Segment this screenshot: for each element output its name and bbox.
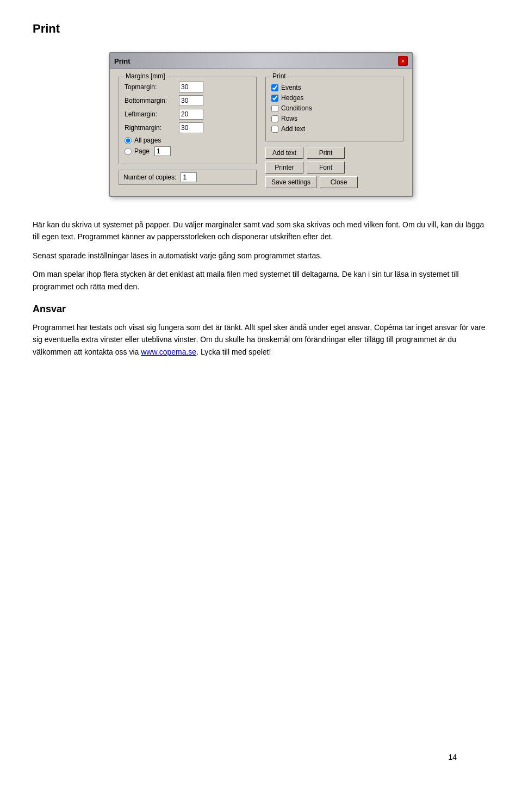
events-checkbox-row: Events — [271, 84, 397, 91]
rows-checkbox-row: Rows — [271, 115, 397, 122]
addtext-checkbox-row: Add text — [271, 125, 397, 133]
add-text-button[interactable]: Add text — [265, 147, 303, 159]
events-checkbox[interactable] — [271, 84, 278, 91]
close-button[interactable]: Close — [320, 176, 358, 188]
button-area: Add text Print Printer Font Save setting… — [265, 147, 403, 188]
conditions-checkbox[interactable] — [271, 105, 278, 112]
page-title: Print — [33, 22, 489, 36]
ansvar-heading: Ansvar — [33, 303, 489, 315]
rightmargin-label: Rightmargin: — [125, 124, 179, 132]
paragraph-3: Om man spelar ihop flera stycken är det … — [33, 268, 489, 293]
addtext-checkbox[interactable] — [271, 126, 278, 133]
margins-group: Margins [mm] Topmargin: Bottommargin: Le… — [119, 77, 257, 164]
copema-link[interactable]: www.copema.se — [141, 348, 196, 356]
dialog-title: Print — [114, 57, 130, 65]
margins-group-label: Margins [mm] — [123, 72, 167, 80]
dialog-titlebar: Print × — [110, 53, 412, 69]
copies-input[interactable] — [181, 172, 197, 182]
allpages-row: All pages — [125, 137, 251, 144]
pages-radio-group: All pages Page — [125, 137, 251, 156]
font-button[interactable]: Font — [307, 162, 345, 173]
dialog-body: Margins [mm] Topmargin: Bottommargin: Le… — [110, 69, 412, 196]
topmargin-row: Topmargin: — [125, 82, 251, 92]
print-options-label: Print — [270, 72, 288, 80]
rows-label: Rows — [281, 115, 297, 122]
topmargin-label: Topmargin: — [125, 83, 179, 91]
paragraph-4-end: . Lycka till med spelet! — [196, 348, 271, 356]
printer-button[interactable]: Printer — [265, 162, 303, 173]
ansvar-text: Programmet har testats och visat sig fun… — [33, 321, 489, 358]
leftmargin-label: Leftmargin: — [125, 110, 179, 118]
print-button[interactable]: Print — [307, 147, 345, 159]
print-checkboxes: Events Hedges Conditions — [271, 82, 397, 133]
leftmargin-input[interactable] — [179, 109, 203, 120]
hedges-checkbox[interactable] — [271, 95, 278, 102]
page-label: Page — [134, 147, 150, 155]
addtext-checkbox-label: Add text — [281, 125, 305, 133]
body-text-area: Här kan du skriva ut systemet på papper.… — [33, 219, 489, 293]
right-panel: Print Events Hedges — [265, 77, 403, 188]
allpages-label: All pages — [134, 137, 161, 144]
copies-label: Number of copies: — [123, 173, 176, 181]
copies-section: Number of copies: — [119, 170, 257, 185]
paragraph-2: Senast sparade inställningar läses in au… — [33, 250, 489, 262]
bottommargin-input[interactable] — [179, 95, 203, 106]
button-row-2: Printer Font — [265, 162, 403, 173]
page-number-input[interactable] — [154, 146, 171, 156]
conditions-checkbox-row: Conditions — [271, 104, 397, 112]
print-options-group: Print Events Hedges — [265, 77, 403, 141]
paragraph-4: Programmet har testats och visat sig fun… — [33, 321, 489, 358]
save-settings-button[interactable]: Save settings — [265, 176, 316, 188]
leftmargin-row: Leftmargin: — [125, 109, 251, 120]
hedges-label: Hedges — [281, 94, 303, 102]
rightmargin-row: Rightmargin: — [125, 122, 251, 133]
page-row: Page — [125, 146, 251, 156]
events-label: Events — [281, 84, 301, 91]
topmargin-input[interactable] — [179, 82, 203, 92]
conditions-label: Conditions — [281, 104, 312, 112]
paragraph-1: Här kan du skriva ut systemet på papper.… — [33, 219, 489, 243]
button-row-1: Add text Print — [265, 147, 403, 159]
allpages-radio[interactable] — [125, 137, 132, 144]
dialog-container: Print × Margins [mm] Topmargin: Bottomma… — [33, 52, 489, 197]
dialog-close-button[interactable]: × — [398, 56, 408, 66]
hedges-checkbox-row: Hedges — [271, 94, 397, 102]
button-row-3: Save settings Close — [265, 176, 403, 188]
rows-checkbox[interactable] — [271, 115, 278, 122]
left-panel: Margins [mm] Topmargin: Bottommargin: Le… — [119, 77, 257, 188]
bottommargin-row: Bottommargin: — [125, 95, 251, 106]
bottommargin-label: Bottommargin: — [125, 97, 179, 104]
print-dialog: Print × Margins [mm] Topmargin: Bottomma… — [109, 52, 413, 197]
page-radio[interactable] — [125, 148, 132, 155]
page-number: 14 — [448, 753, 457, 761]
rightmargin-input[interactable] — [179, 122, 203, 133]
